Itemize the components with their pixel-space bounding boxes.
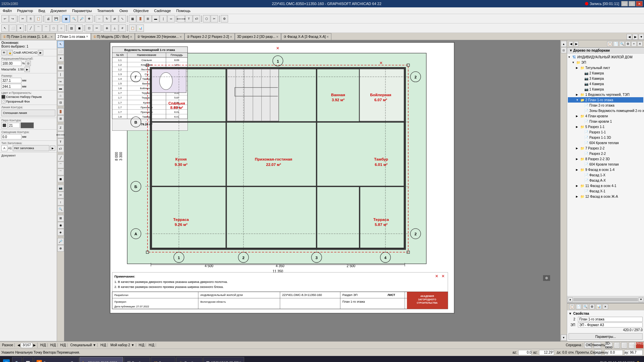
li-section[interactable]: ✂ <box>57 192 64 198</box>
tb-door[interactable]: 🚪 <box>137 15 144 22</box>
tree-item-razr11[interactable]: ▶ 📄 Разрез 1-1 <box>568 129 643 135</box>
props-close[interactable]: ✕ <box>603 304 608 309</box>
tree-close[interactable]: ✕ <box>637 41 643 47</box>
tb-wall[interactable]: ▦ <box>129 15 136 22</box>
zoom-prev[interactable]: ◀ <box>17 343 20 347</box>
li-slab[interactable]: ▬ <box>57 85 64 92</box>
tab-close-1[interactable]: ✕ <box>86 35 89 38</box>
tb-save[interactable]: 💾 <box>52 15 60 22</box>
layer-visibility[interactable]: 👁 <box>1 50 7 55</box>
size-x[interactable] <box>1 78 21 83</box>
tree-item-sec22[interactable]: ▶ 📁 7 Разрез 2-2 <box>568 145 643 151</box>
props-btn3[interactable]: 🔍 <box>583 304 588 309</box>
li-find[interactable]: 🔎 <box>57 238 64 245</box>
tab-menu[interactable]: ▼ <box>639 34 644 40</box>
tb2-snap[interactable]: ⊕ <box>103 24 111 32</box>
tree-item-sec11[interactable]: ▶ 📁 5 Разрез 1-1 <box>568 124 643 129</box>
start-button[interactable]: ⊞ <box>1 357 11 362</box>
color-swatch[interactable] <box>1 95 5 99</box>
tb-settings[interactable]: ⚙ <box>221 15 228 22</box>
li-element[interactable]: ⊕ <box>57 245 64 252</box>
mode-btn3[interactable]: ⬜ <box>621 342 627 348</box>
li-polyline[interactable]: ⌒ <box>57 169 64 175</box>
menu-file[interactable]: Файл <box>0 8 14 13</box>
tab-4[interactable]: ② Разрез 2-2 [2 Разрез 2-2] ✕ <box>184 33 235 40</box>
tb-zoom-in[interactable]: 🔍 <box>70 15 77 22</box>
li-door[interactable]: 🚪 <box>57 108 64 115</box>
header-type-selector[interactable]: Нет заголовка <box>13 145 49 151</box>
tree-item-sec22-3d[interactable]: ▶ 📁 8 Разрез 2-2 3D <box>568 156 643 162</box>
zoom-input[interactable] <box>1 61 21 66</box>
tray-rus[interactable]: РУС <box>600 361 607 362</box>
tb-dimension[interactable]: ⟵⟶ <box>177 15 185 22</box>
tree-btn1[interactable]: 📋 <box>607 41 612 47</box>
tree-item-roof1[interactable]: ▶ 📄 План кровли 1 <box>568 119 643 124</box>
menu-cadimage[interactable]: Cadimage <box>151 8 173 13</box>
tab-6[interactable]: ③ Фасад Х-А [3 Фасад Х-А] ✕ <box>281 33 331 40</box>
tree-item-plan1[interactable]: ▼ 📁 2 План 1-го этажа <box>568 97 643 103</box>
pen-preview[interactable] <box>20 122 34 128</box>
menu-editor[interactable]: Редактор <box>14 8 36 13</box>
zoom-fit[interactable]: ⊡ <box>25 61 31 66</box>
props-btn5[interactable]: 📊 <box>596 304 601 309</box>
line-type-selector[interactable]: Сплошная линия <box>1 110 55 116</box>
tree-item-fas41[interactable]: ▶ 📁 11 Фасад в осях 4-1 <box>568 183 643 188</box>
tree-item-fasax[interactable]: ▶ 📄 Фасад А-Х <box>568 178 643 183</box>
mid-snap[interactable]: Середина <box>594 350 602 356</box>
menu-objective[interactable]: Objective <box>130 8 151 13</box>
tb-3d[interactable]: ⬡ <box>203 15 210 22</box>
tb2-circle[interactable]: ○ <box>58 24 65 32</box>
tree-btn2[interactable]: 📄 <box>613 41 619 47</box>
minimize-button[interactable]: — <box>621 1 628 6</box>
status-mynabor[interactable]: Мой набор 2 ▼ <box>109 343 136 347</box>
menu-teamwork[interactable]: Teamwork <box>95 8 117 13</box>
props-ep-value[interactable]: ЭП - Формат А3 <box>578 322 643 327</box>
li-roof[interactable]: ⌂ <box>57 92 64 99</box>
tab-1[interactable]: 2 План 1-го этажа ✕ <box>55 33 91 40</box>
tb2-layers[interactable]: 📋 <box>129 24 136 32</box>
tab-close-0[interactable]: ✕ <box>50 35 53 39</box>
scale-more[interactable]: ▶ <box>24 67 30 72</box>
tray-notify[interactable]: 🔔 <box>636 361 640 362</box>
tb-slab[interactable]: ▬ <box>152 15 159 22</box>
li-line[interactable]: ╱ <box>57 155 64 161</box>
menu-params[interactable]: Параметры <box>69 8 95 13</box>
li-mesh[interactable]: ⊠ <box>57 215 64 222</box>
tree-scroll-up[interactable]: ▲ <box>568 297 573 302</box>
tb2-marquee[interactable]: ⬜ <box>9 24 16 32</box>
li-dim[interactable]: ⟵⟶ <box>57 131 64 138</box>
menu-window[interactable]: Окно <box>117 8 131 13</box>
tree-item-fas14[interactable]: ▶ 📁 9 Фасад в осях 1-4 <box>568 167 643 172</box>
li-zone[interactable]: Z <box>57 124 64 131</box>
tree-scroll-down[interactable]: ▼ <box>639 297 643 302</box>
tree-btn3[interactable]: 🔍 <box>619 41 625 47</box>
size-y[interactable] <box>1 84 21 89</box>
tree-item-razr11-3d[interactable]: ▶ 📄 Разрез 1-1 3D <box>568 135 643 140</box>
props-btn1[interactable]: 📋 <box>569 304 575 309</box>
pen-number[interactable] <box>8 123 20 128</box>
canvas-area[interactable]: Ведомость помещений 1-го этажа № п/п Наи… <box>64 40 560 341</box>
tb-undo[interactable]: ↩ <box>1 15 9 22</box>
li-detail[interactable]: 🔍 <box>57 206 64 213</box>
tb-text[interactable]: T <box>185 15 193 22</box>
status-type[interactable]: Разное <box>1 343 15 347</box>
header-more[interactable]: ▶ <box>50 145 55 151</box>
tree-item-cam2[interactable]: ▶ 📷 2 Камера <box>568 70 643 76</box>
li-object[interactable]: ◉ <box>57 222 64 229</box>
tab-close-5[interactable]: ✕ <box>276 35 279 39</box>
params-button[interactable]: Параметры... <box>569 333 643 340</box>
li-arc[interactable]: ⌒ <box>57 162 64 168</box>
li-morph[interactable]: ◈ <box>57 229 64 236</box>
tb2-hatch[interactable]: ▨ <box>68 24 75 32</box>
tree-item-fas1x[interactable]: ▶ 📄 Фасад 1-Х <box>568 172 643 178</box>
bg-swatch[interactable] <box>1 100 5 104</box>
tb2-wand[interactable]: ✦ <box>17 24 24 32</box>
maximize-button[interactable]: □ <box>629 1 635 6</box>
task-taskview[interactable]: ⬜ <box>23 357 33 362</box>
li-label[interactable]: 🏷 <box>57 145 64 152</box>
li-camera[interactable]: 📷 <box>57 185 64 191</box>
tb2-arc[interactable]: ⌒ <box>35 24 42 32</box>
coord-angle[interactable] <box>539 350 554 355</box>
tab-close-3[interactable]: ✕ <box>179 35 182 39</box>
tree-item-title[interactable]: ▶ 📁 Титульный лист <box>568 65 643 70</box>
